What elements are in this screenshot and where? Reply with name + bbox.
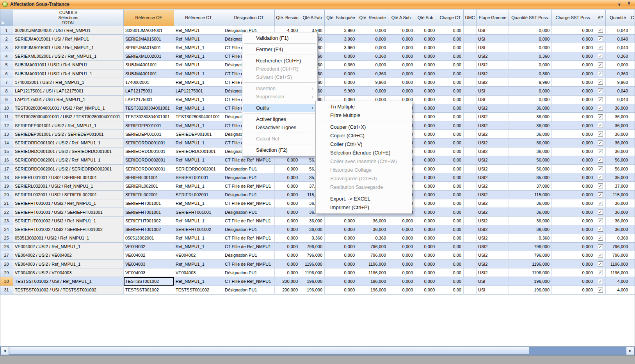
- cell-reference-of[interactable]: VE004002: [124, 243, 174, 251]
- cell-quantite[interactable]: 36,000: [606, 130, 630, 138]
- cell-designation-ct[interactable]: Désignation PU1: [223, 165, 275, 173]
- cell-qte-sub[interactable]: 0,000: [415, 234, 437, 243]
- column-header-designation-ct[interactable]: Désignation CT: [223, 9, 275, 26]
- row-number[interactable]: 19: [0, 182, 13, 190]
- cell-qte-a-sub[interactable]: 0,000: [388, 69, 415, 78]
- cell-designation-ct[interactable]: Désignation PU1: [223, 286, 275, 295]
- cell-etape-gamme[interactable]: USI2: [477, 121, 509, 130]
- cell-quantite[interactable]: 36,000: [606, 217, 630, 225]
- cell-qte-fabriquee[interactable]: 0,000: [325, 260, 357, 268]
- cell-umc[interactable]: [464, 147, 477, 156]
- cell-charge-ct[interactable]: 0,00: [437, 225, 464, 234]
- cell-quantite-sst-poss[interactable]: 9,960: [509, 78, 552, 87]
- column-header-a-flag[interactable]: A?: [595, 9, 606, 26]
- cell-reference-of[interactable]: TESTSST001002: [124, 277, 174, 286]
- column-header-qte-restante[interactable]: Qté. Restante: [357, 9, 388, 26]
- cell-quantite[interactable]: 1196,000: [606, 260, 630, 268]
- cell-quantite[interactable]: 36,000: [606, 113, 630, 121]
- cell-a-flag[interactable]: ✓: [595, 182, 606, 190]
- cell-qte-restante[interactable]: 0,360: [357, 52, 388, 61]
- cell-charge-ct[interactable]: 0,00: [437, 147, 464, 156]
- menu-item-validation-f1[interactable]: Validation (F1): [243, 34, 317, 42]
- cell-quantite-sst-poss[interactable]: 35,000: [509, 173, 552, 182]
- a-checkbox[interactable]: ✓: [598, 192, 603, 197]
- a-checkbox[interactable]: ✓: [598, 28, 603, 33]
- cell-quantite[interactable]: 0,040: [606, 35, 630, 43]
- cell-reference-ct[interactable]: TEST30280304001001: [174, 113, 223, 121]
- a-checkbox[interactable]: ✓: [598, 140, 603, 146]
- row-number[interactable]: 17: [0, 165, 13, 173]
- cell-designation-ct[interactable]: CT FIlle de Ref_NMPU1: [223, 277, 275, 286]
- cell-qte-restante[interactable]: 0,000: [357, 26, 388, 35]
- cell-umc[interactable]: [464, 199, 477, 208]
- cell-etape-gamme[interactable]: USI2: [477, 130, 509, 138]
- cell-cumuls[interactable]: SERIEFHT001002 / USI2 / Ref_NMPU1_1: [13, 217, 124, 225]
- cell-charge-ct[interactable]: 0,00: [437, 217, 464, 225]
- cell-umc[interactable]: [464, 225, 477, 234]
- cell-qte-besoin[interactable]: 0,000: [275, 251, 300, 260]
- cell-reference-of[interactable]: SERIERL002001: [124, 182, 174, 190]
- row-number[interactable]: 2: [0, 35, 13, 43]
- cell-charge-ct[interactable]: 0,00: [437, 286, 464, 295]
- cell-reference-ct[interactable]: Ref_NMPU1_1: [174, 43, 223, 52]
- row-number[interactable]: 6: [0, 69, 13, 78]
- cell-quantite-sst-poss[interactable]: 0,000: [509, 43, 552, 52]
- cell-qte-a-sub[interactable]: 0,000: [388, 251, 415, 260]
- cell-qte-sub[interactable]: 0,000: [415, 52, 437, 61]
- cell-charge-sst-poss[interactable]: 0,000: [552, 225, 595, 234]
- cell-charge-sst-poss[interactable]: 0,000: [552, 113, 595, 121]
- cell-reference-of[interactable]: SERIERL002001: [124, 191, 174, 199]
- cell-designation-ct[interactable]: CT FIlle de Ref_NMPU1: [223, 217, 275, 225]
- cell-quantite[interactable]: 36,000: [606, 208, 630, 217]
- cell-reference-of[interactable]: VE004003: [124, 260, 174, 268]
- cell-qte-fabriquee[interactable]: 0,000: [325, 277, 357, 286]
- cell-qte-sub[interactable]: 0,000: [415, 165, 437, 173]
- cell-quantite-sst-poss[interactable]: 796,000: [509, 251, 552, 260]
- cell-qte-a-sub[interactable]: 0,000: [388, 61, 415, 69]
- submenu-item-couper-ctrl-x[interactable]: Couper (Ctrl+X): [316, 123, 411, 131]
- row-number[interactable]: 8: [0, 87, 13, 95]
- cell-charge-ct[interactable]: 0,00: [437, 199, 464, 208]
- cell-qte-restante[interactable]: 0,000: [357, 43, 388, 52]
- cell-umc[interactable]: [464, 234, 477, 243]
- cell-quantite[interactable]: 9,960: [606, 78, 630, 87]
- cell-charge-sst-poss[interactable]: 0,000: [552, 191, 595, 199]
- cell-reference-of[interactable]: SUBJMA001001: [124, 61, 174, 69]
- cell-qte-sub[interactable]: 0,000: [415, 130, 437, 138]
- cell-umc[interactable]: [464, 217, 477, 225]
- cell-qte-sub[interactable]: 0,000: [415, 243, 437, 251]
- a-checkbox[interactable]: ✓: [598, 71, 603, 76]
- cell-cumuls[interactable]: SERIERL002001 / USI2 / SERIERL002001: [13, 191, 124, 199]
- cell-qte-a-fab[interactable]: 196,000: [300, 286, 325, 295]
- cell-reference-of[interactable]: SERIEORDO001001: [124, 138, 174, 147]
- cell-a-flag[interactable]: ✓: [595, 251, 606, 260]
- cell-quantite[interactable]: 36,000: [606, 121, 630, 130]
- cell-reference-ct[interactable]: Ref_NMPU1_1: [174, 156, 223, 165]
- row-number[interactable]: 13: [0, 130, 13, 138]
- cell-designation-ct[interactable]: Désignation PU1: [223, 225, 275, 234]
- cell-reference-ct[interactable]: Ref_NMPU1_1: [174, 182, 223, 190]
- cell-reference-ct[interactable]: VE004002: [174, 251, 223, 260]
- cell-etape-gamme[interactable]: USI2: [477, 156, 509, 165]
- cell-reference-ct[interactable]: Ref_NMPU1_1: [174, 78, 223, 87]
- cell-charge-sst-poss[interactable]: 0,000: [552, 26, 595, 35]
- cell-qte-besoin[interactable]: 0,000: [275, 165, 300, 173]
- cell-a-flag[interactable]: ✓: [595, 52, 606, 61]
- cell-designation-ct[interactable]: Désignation PU1: [223, 251, 275, 260]
- cell-quantite[interactable]: 56,000: [606, 165, 630, 173]
- cell-etape-gamme[interactable]: USI2: [477, 268, 509, 277]
- cell-cumuls[interactable]: VE004003 / USI2 / VE004003: [13, 268, 124, 277]
- cell-qte-besoin[interactable]: 0,000: [275, 173, 300, 182]
- a-checkbox[interactable]: ✓: [598, 279, 603, 284]
- cell-charge-sst-poss[interactable]: 0,000: [552, 43, 595, 52]
- cell-umc[interactable]: [464, 113, 477, 121]
- cell-qte-a-fab[interactable]: 1196,000: [300, 268, 325, 277]
- cell-reference-of[interactable]: 302801JMA004001: [124, 26, 174, 35]
- cell-etape-gamme[interactable]: USI2: [477, 165, 509, 173]
- submenu-item-tri-multiple[interactable]: Tri Multiple: [316, 103, 411, 111]
- cell-charge-sst-poss[interactable]: 0,000: [552, 104, 595, 113]
- cell-umc[interactable]: [464, 173, 477, 182]
- cell-umc[interactable]: [464, 104, 477, 113]
- cell-cumuls[interactable]: SERIEJMA015001 / USI / Ref_NMPU1: [13, 35, 124, 43]
- pin-icon[interactable]: [627, 2, 631, 7]
